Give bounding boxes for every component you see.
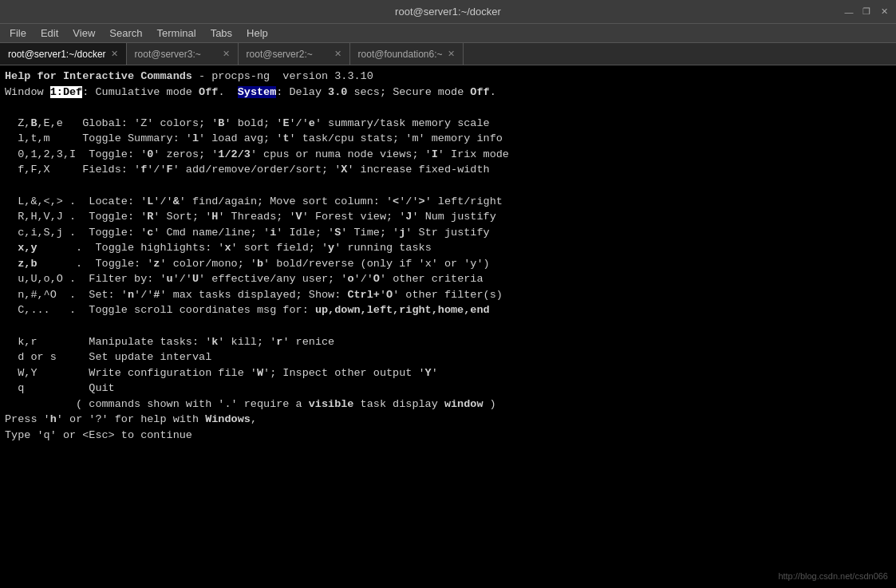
- cmd-Locate: L,&,<,> . Locate: 'L'/'&' find/again; Mo…: [5, 194, 891, 210]
- cmd-fFX: f,F,X Fields: 'f'/'F' add/remove/order/s…: [5, 162, 891, 178]
- tab-close-icon[interactable]: ✕: [334, 49, 341, 59]
- tab-server3[interactable]: root@server3:~ ✕: [127, 43, 239, 65]
- help-header-line: Help for Interactive Commands - procps-n…: [5, 69, 891, 85]
- cmd-ltm: l,t,m Toggle Summary: 'l' load avg; 't' …: [5, 131, 891, 147]
- watermark: http://blog.csdn.net/csdn066: [778, 570, 888, 583]
- cmd-ZBEe: Z,B,E,e Global: 'Z' colors; 'B' bold; 'E…: [5, 116, 891, 132]
- tab-server2[interactable]: root@server2:~ ✕: [239, 43, 350, 65]
- close-button[interactable]: ✕: [878, 6, 890, 18]
- menu-edit[interactable]: Edit: [34, 26, 65, 41]
- menu-help[interactable]: Help: [240, 26, 274, 41]
- menu-tabs[interactable]: Tabs: [204, 26, 239, 41]
- terminal-content[interactable]: Help for Interactive Commands - procps-n…: [0, 65, 896, 588]
- tab-label: root@foundation6:~: [358, 49, 443, 60]
- tab-server1[interactable]: root@server1:~/docker ✕: [0, 43, 127, 65]
- cmd-uUoO: u,U,o,O . Filter by: 'u'/'U' effective/a…: [5, 271, 891, 287]
- menu-file[interactable]: File: [3, 26, 33, 41]
- menu-bar: File Edit View Search Terminal Tabs Help: [0, 24, 896, 43]
- menu-search[interactable]: Search: [103, 26, 148, 41]
- minimize-button[interactable]: —: [843, 6, 855, 18]
- cmd-n-hash: n,#,^O . Set: 'n'/'#' max tasks displaye…: [5, 287, 891, 303]
- menu-view[interactable]: View: [66, 26, 101, 41]
- window-line: Window 1:Def: Cumulative mode Off. Syste…: [5, 85, 891, 101]
- maximize-button[interactable]: ❐: [861, 6, 872, 18]
- cmd-kr: k,r Manipulate tasks: 'k' kill; 'r' reni…: [5, 334, 891, 350]
- blank-3: [5, 318, 891, 334]
- cmd-WY: W,Y Write configuration file 'W'; Inspec…: [5, 365, 891, 381]
- tab-close-icon[interactable]: ✕: [223, 49, 230, 59]
- type-q: Type 'q' or <Esc> to continue: [5, 428, 891, 444]
- cmd-Toggle-c: c,i,S,j . Toggle: 'c' Cmd name/line; 'i'…: [5, 225, 891, 241]
- cmd-zb-toggle: z,b . Toggle: 'z' color/mono; 'b' bold/r…: [5, 256, 891, 272]
- cmd-xy-highlight: x,y . Toggle highlights: 'x' sort field;…: [5, 240, 891, 256]
- cmd-dot-note: ( commands shown with '.' require a visi…: [5, 397, 891, 412]
- tab-close-icon[interactable]: ✕: [111, 49, 118, 59]
- cmd-ds: d or s Set update interval: [5, 349, 891, 365]
- tab-label: root@server1:~/docker: [8, 49, 106, 60]
- tab-label: root@server2:~: [247, 49, 313, 60]
- window-title: root@server1:~/docker: [395, 6, 501, 18]
- blank-1: [5, 100, 891, 116]
- tab-bar: root@server1:~/docker ✕ root@server3:~ ✕…: [0, 43, 896, 65]
- blank-2: [5, 178, 891, 194]
- cmd-Toggle-R: R,H,V,J . Toggle: 'R' Sort; 'H' Threads;…: [5, 209, 891, 225]
- press-h: Press 'h' or '?' for help with Windows,: [5, 412, 891, 428]
- cmd-q: q Quit: [5, 381, 891, 397]
- tab-close-icon[interactable]: ✕: [448, 49, 455, 59]
- window-controls: — ❐ ✕: [843, 6, 890, 18]
- title-bar: root@server1:~/docker — ❐ ✕: [0, 0, 896, 24]
- tab-label: root@server3:~: [135, 49, 201, 60]
- tab-foundation6[interactable]: root@foundation6:~ ✕: [350, 43, 464, 65]
- cmd-0123I: 0,1,2,3,I Toggle: '0' zeros; '1/2/3' cpu…: [5, 147, 891, 163]
- cmd-C-scroll: C,... . Toggle scroll coordinates msg fo…: [5, 302, 891, 318]
- menu-terminal[interactable]: Terminal: [151, 26, 203, 41]
